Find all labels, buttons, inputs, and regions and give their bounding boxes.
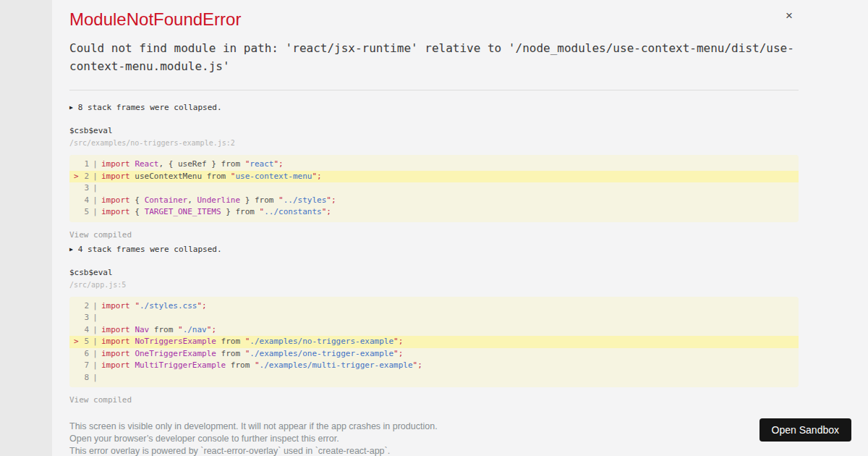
line-number: 7 <box>80 360 89 372</box>
line-separator: | <box>89 348 101 360</box>
line-separator: | <box>89 360 101 372</box>
collapsed-frames-label: 8 stack frames were collapsed. <box>78 103 222 112</box>
footer-note-line: Open your browser’s developer console to… <box>69 433 799 445</box>
code-token: useContextMenu from <box>130 172 231 181</box>
code-token: import <box>101 360 130 370</box>
code-token: " <box>393 337 399 346</box>
code-token: ; <box>417 360 422 370</box>
code-token: import <box>101 159 130 169</box>
code-line: 3| <box>69 182 799 195</box>
code-token: " <box>135 301 140 311</box>
highlight-marker: > <box>69 336 80 348</box>
code-line: 7|import MultiTriggerExample from "./exa… <box>69 360 799 372</box>
line-separator: | <box>89 312 101 324</box>
collapsed-frames-toggle[interactable]: ▶ 4 stack frames were collapsed. <box>69 245 799 254</box>
code-token: MultiTriggerExample <box>135 360 226 370</box>
collapsed-frames-toggle[interactable]: ▶ 8 stack frames were collapsed. <box>69 103 799 112</box>
collapse-arrow-icon: ▶ <box>69 246 73 253</box>
line-marker <box>69 159 80 171</box>
stack-frame-location: /src/app.js:5 <box>69 281 799 289</box>
code-token: TARGET_ONE_ITEMS <box>145 207 221 216</box>
line-separator: | <box>89 372 101 384</box>
line-marker <box>69 206 80 219</box>
code-token: Container <box>145 195 188 205</box>
code-line: 6|import OneTriggerExample from "./examp… <box>69 348 799 360</box>
code-token: import <box>101 301 130 311</box>
line-number: 2 <box>80 300 89 313</box>
error-content: ModuleNotFoundError Could not find modul… <box>69 0 799 456</box>
line-number: 6 <box>80 348 89 360</box>
line-separator: | <box>89 300 101 313</box>
footer-note-line: This screen is visible only in developme… <box>69 421 799 433</box>
code-token: { <box>130 207 145 216</box>
code-token: ; <box>326 207 331 216</box>
code-line: 1|import React, { useRef } from "react"; <box>69 159 799 171</box>
code-token: ./nav <box>183 325 207 334</box>
line-number: 1 <box>80 159 89 171</box>
code-token: react <box>250 159 273 169</box>
line-number: 3 <box>80 182 89 195</box>
view-compiled-link[interactable]: View compiled <box>69 395 132 405</box>
code-token: ; <box>399 337 404 346</box>
code-token: ; <box>202 301 207 311</box>
code-token: use-context-menu <box>235 172 312 181</box>
code-token: ./examples/multi-trigger-example <box>260 360 413 370</box>
code-token: import <box>101 207 130 216</box>
code-token: import <box>101 337 130 346</box>
stack-frame-location: /src/examples/no-triggers-example.js:2 <box>69 139 799 147</box>
line-separator: | <box>89 206 101 219</box>
code-token: from <box>226 360 255 370</box>
line-marker <box>69 372 80 384</box>
code-line: 2|import "./styles.css"; <box>69 300 799 313</box>
line-marker <box>69 348 80 360</box>
line-separator: | <box>89 195 101 207</box>
code-token: ; <box>278 159 284 169</box>
line-number: 5 <box>80 206 89 219</box>
code-token: import <box>101 172 130 181</box>
line-separator: | <box>89 182 101 195</box>
code-token: ./examples/one-trigger-example <box>250 349 393 358</box>
code-token: from <box>216 337 245 346</box>
code-frame: 1|import React, { useRef } from "react";… <box>69 155 799 222</box>
code-token: " <box>255 360 260 370</box>
code-token: from <box>216 349 245 358</box>
code-token: ../constants <box>264 207 321 216</box>
code-line: >5|import NoTriggersExample from "./exam… <box>69 336 799 348</box>
code-token: } from <box>240 195 278 205</box>
code-token: , <box>187 195 197 205</box>
line-number: 8 <box>80 372 89 384</box>
code-token: from <box>149 325 178 334</box>
line-separator: | <box>89 324 101 337</box>
stack-frame-function: $csb$eval <box>69 268 799 277</box>
line-number: 5 <box>80 336 89 348</box>
open-sandbox-button[interactable]: Open Sandbox <box>760 418 851 442</box>
code-token: ; <box>399 349 404 358</box>
line-separator: | <box>89 171 101 183</box>
code-frame: 2|import "./styles.css"; 3| 4|import Nav… <box>69 297 799 388</box>
code-token: ../styles <box>284 195 327 205</box>
code-token: import <box>101 195 130 205</box>
code-line: 8| <box>69 372 799 384</box>
line-marker <box>69 312 80 324</box>
footer-note-line: This error overlay is powered by `react-… <box>69 445 799 456</box>
code-line: >2|import useContextMenu from "use-conte… <box>69 171 799 183</box>
line-marker <box>69 182 80 195</box>
view-compiled-link[interactable]: View compiled <box>69 230 132 240</box>
line-marker <box>69 324 80 337</box>
line-marker <box>69 300 80 313</box>
code-line: 5|import { TARGET_ONE_ITEMS } from "../c… <box>69 206 799 219</box>
code-line: 4|import { Container, Underline } from "… <box>69 195 799 207</box>
code-token: React <box>135 159 158 169</box>
highlight-marker: > <box>69 171 80 183</box>
code-line: 4|import Nav from "./nav"; <box>69 324 799 337</box>
error-overlay: × ModuleNotFoundError Could not find mod… <box>52 0 868 456</box>
code-line: 3| <box>69 312 799 324</box>
code-token: " <box>393 349 399 358</box>
code-token: Nav <box>135 325 149 334</box>
line-separator: | <box>89 159 101 171</box>
collapse-arrow-icon: ▶ <box>69 104 73 111</box>
line-number: 4 <box>80 324 89 337</box>
code-token: ; <box>317 172 322 181</box>
line-separator: | <box>89 336 101 348</box>
code-token: Underline <box>197 195 240 205</box>
